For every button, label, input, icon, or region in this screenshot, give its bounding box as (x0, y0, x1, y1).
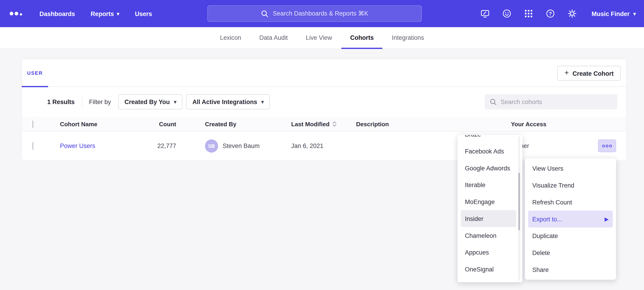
menu-item-google-adwords[interactable]: Google Adwords (461, 160, 516, 177)
caret-down-icon: ▾ (261, 99, 264, 105)
tab-data-audit-label: Data Audit (259, 34, 288, 41)
tab-integrations[interactable]: Integrations (383, 27, 433, 49)
table-row: Power Users 22,777 SB Steven Baum Jan 6,… (22, 132, 626, 160)
nav-item-users-label: Users (135, 10, 152, 17)
tab-data-audit[interactable]: Data Audit (251, 27, 296, 49)
svg-text:?: ? (549, 11, 552, 17)
integrations-filter-dropdown[interactable]: All Active Integrations ▾ (186, 94, 270, 109)
sort-icon (332, 121, 337, 127)
menu-item-moengage[interactable]: MoEngage (461, 193, 516, 210)
column-header-description: Description (356, 121, 511, 127)
tab-user-cohorts-label: USER (27, 70, 43, 76)
search-icon (490, 98, 497, 105)
avatar: SB (205, 139, 218, 153)
tab-live-view-label: Live View (306, 34, 332, 41)
mixpanel-logo[interactable] (9, 11, 23, 17)
menu-item-insider[interactable]: Insider (461, 210, 516, 227)
menu-item-delete[interactable]: Delete (528, 244, 613, 261)
menu-item-visualize-trend[interactable]: Visualize Trend (528, 177, 613, 194)
menu-item-export-to[interactable]: Export to... ▶ (528, 211, 613, 228)
cohort-context-menu-list: View Users Visualize Trend Refresh Count… (525, 160, 616, 278)
filter-bar: 1 Results Filter by Created By You ▾ All… (22, 87, 626, 117)
cohort-name-link[interactable]: Power Users (60, 142, 95, 149)
nav-item-users[interactable]: Users (135, 10, 152, 17)
column-header-cohort-name: Cohort Name (60, 121, 127, 127)
column-header-your-access: Your Access (511, 121, 598, 127)
submenu-arrow-icon: ▶ (604, 216, 608, 222)
cohort-count: 22,777 (127, 142, 176, 149)
cohort-type-tabs: USER + Create Cohort (22, 59, 626, 87)
app-window: Dashboards Reports ▾ Users Search Dashbo… (0, 0, 644, 290)
menu-item-appcues[interactable]: Appcues (461, 244, 516, 261)
apps-grid-icon[interactable] (524, 9, 534, 19)
monitor-edit-icon[interactable] (480, 9, 490, 19)
tab-cohorts-label: Cohorts (350, 34, 374, 41)
help-icon[interactable]: ? (546, 9, 556, 19)
caret-down-icon: ▾ (174, 99, 176, 105)
caret-down-icon: ▾ (633, 12, 636, 17)
menu-item-chameleon[interactable]: Chameleon (461, 227, 516, 244)
row-actions-button[interactable] (598, 139, 616, 152)
tab-lexicon-label: Lexicon (220, 34, 241, 41)
nav-item-dashboards[interactable]: Dashboards (40, 10, 75, 17)
filter-by-label: Filter by (89, 98, 111, 105)
menu-item-refresh-count[interactable]: Refresh Count (528, 194, 613, 211)
export-destinations-menu: Braze Facebook Ads Google Adwords Iterab… (458, 135, 522, 282)
menu-item-braze[interactable]: Braze (461, 135, 516, 143)
results-count: 1 Results (47, 98, 75, 105)
global-search-bar[interactable]: Search Dashboards & Reports ⌘K (207, 5, 422, 22)
row-checkbox[interactable] (32, 142, 33, 150)
settings-gear-icon[interactable] (568, 9, 577, 19)
section-tabbar: Lexicon Data Audit Live View Cohorts Int… (0, 27, 644, 49)
nav-item-reports-label: Reports (91, 10, 114, 17)
column-header-last-modified[interactable]: Last Modified (291, 121, 356, 127)
active-tab-underline (22, 86, 48, 87)
menu-item-iterable[interactable]: Iterable (461, 177, 516, 194)
column-header-last-modified-label: Last Modified (291, 121, 330, 127)
export-destinations-list: Braze Facebook Ads Google Adwords Iterab… (458, 135, 522, 282)
select-all-checkbox[interactable] (32, 120, 33, 128)
created-by-name: Steven Baum (223, 142, 260, 149)
created-by-filter-label: Created By You (124, 98, 170, 105)
scrollbar-thumb[interactable] (518, 173, 520, 230)
menu-item-duplicate[interactable]: Duplicate (528, 228, 613, 244)
integrations-filter-label: All Active Integrations (192, 98, 257, 105)
column-header-count: Count (127, 121, 176, 127)
menu-item-export-to-label: Export to... (532, 215, 562, 223)
global-search-placeholder: Search Dashboards & Reports ⌘K (273, 10, 368, 17)
tab-user-cohorts[interactable]: USER (22, 59, 48, 87)
menu-item-share[interactable]: Share (528, 261, 613, 278)
feedback-smiley-icon[interactable] (502, 9, 512, 19)
created-by-filter-dropdown[interactable]: Created By You ▾ (118, 94, 182, 109)
tab-live-view[interactable]: Live View (297, 27, 341, 49)
tab-lexicon[interactable]: Lexicon (212, 27, 250, 49)
account-menu[interactable]: Music Finder ▾ (592, 10, 636, 17)
cohort-context-menu: View Users Visualize Trend Refresh Count… (525, 158, 616, 280)
menu-item-onesignal[interactable]: OneSignal (461, 261, 516, 278)
caret-down-icon: ▾ (117, 12, 119, 17)
menu-item-facebook-ads[interactable]: Facebook Ads (461, 143, 516, 160)
menu-item-view-users[interactable]: View Users (528, 160, 613, 177)
tab-cohorts[interactable]: Cohorts (342, 27, 382, 49)
create-cohort-button[interactable]: + Create Cohort (558, 66, 620, 81)
table-header: Cohort Name Count Created By Last Modifi… (22, 117, 626, 132)
tab-integrations-label: Integrations (392, 34, 424, 41)
more-options-icon (602, 144, 612, 148)
column-header-created-by: Created By (176, 121, 292, 127)
nav-item-dashboards-label: Dashboards (40, 10, 75, 17)
account-label: Music Finder (592, 10, 630, 17)
cohorts-panel: USER + Create Cohort 1 Results Filter by… (22, 59, 627, 160)
plus-icon: + (564, 69, 569, 76)
cohort-search-box (484, 94, 617, 109)
cohort-search-input[interactable] (500, 98, 612, 105)
top-navbar: Dashboards Reports ▾ Users Search Dashbo… (0, 0, 644, 27)
divider (82, 97, 82, 107)
your-access-value: Owner (511, 142, 598, 149)
create-cohort-label: Create Cohort (572, 70, 614, 77)
search-icon (261, 10, 268, 17)
nav-item-reports[interactable]: Reports ▾ (91, 10, 119, 17)
last-modified-value: Jan 6, 2021 (291, 142, 356, 149)
